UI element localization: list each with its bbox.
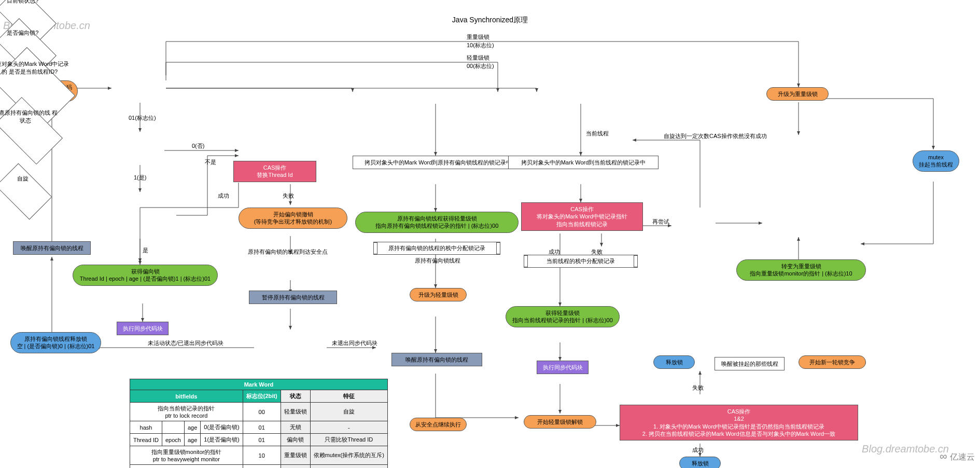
decision-check: 检查原持有偏向锁的线 程状态 [0,109,59,145]
label-safe: 原持有偏向锁的线程到达安全点 [248,248,328,256]
label-origthread: 原持有偏向锁线程 [415,257,460,265]
pause-thread: 暂停原持有偏向锁的线程 [249,291,337,304]
page-title: Java Synchronized原理 [452,16,528,25]
markword-table: Mark Word bitfields标志位(2bit)状态特征 指向当前锁记录… [130,379,388,468]
label-cur: 当前线程 [586,130,609,137]
cas-replace: CAS操作替换Thread Id [233,161,316,182]
wake-orig-2: 唤醒原持有偏向锁的线程 [391,353,482,366]
label-success: 成功 [218,192,229,200]
wake-orig-1: 唤醒原持有偏向锁的线程 [13,241,91,255]
watermark-bottom: Blog.dreamtobe.cn [862,443,949,455]
upgrade-light: 升级为轻量级锁 [410,288,467,301]
copy-mark-cur: 拷贝对象头中的Mark Word到当前线程的锁记录中 [508,156,659,169]
label-light-bits: 00(标志位) [467,62,494,70]
label-1: 1(是) [134,174,146,182]
upgrade-heavy: 升级为重量级锁 [766,87,829,101]
label-fail-3: 失败 [692,384,704,392]
proc-alloc-orig: 原持有偏向锁的线程的栈中分配锁记录 [373,242,500,255]
exec-sync-2: 执行同步代码块 [537,361,589,374]
decision-markid: 检查对象头的Mark Word中记录的 是否是当前线程ID? [0,60,70,107]
label-success-2: 成功 [549,248,560,256]
decision-state: 目前锁状态? [0,0,54,28]
cas-pointer: CAS操作将对象头的Mark Word中锁记录指针 指向当前线程锁记录 [521,202,643,231]
revoke-bias: 开始偏向锁撤销(等待竞争出现才释放锁的机制) [239,208,347,229]
mutex-node: mutex挂起当前线程 [913,150,959,172]
get-bias-lock: 获得偏向锁Thread Id | epoch | age | (是否偏向锁)1 … [73,265,218,286]
label-retry: 再尝试 [652,218,669,226]
decision-spin: 自旋 [0,175,48,206]
release-lock-1: 释放锁 [653,355,695,369]
to-heavy: 转变为重量级锁指向重量级锁monitor的指针 | (标志位)10 [736,259,866,281]
brand-logo: 亿速云 [940,450,975,463]
get-light-orig: 原持有偏向锁线程获得轻量级锁指向原持有偏向锁线程锁记录的指针 | (标志位)00 [355,212,519,233]
label-spinfail: 自旋达到一定次数CAS操作依然没有成功 [664,132,783,140]
continue-safe: 从安全点继续执行 [410,418,467,431]
new-competition: 开始新一轮锁竞争 [799,355,866,369]
label-exit: 未活动状态/已退出同步代码块 [148,339,223,347]
release-lock-2: 释放锁 [679,457,721,468]
proc-alloc-cur: 当前线程的栈中分配锁记录 [524,255,638,268]
get-light-cur: 获得轻量级锁指向当前线程锁记录的指针 | (标志位)00 [506,306,620,327]
exec-sync-1: 执行同步代码块 [117,322,169,335]
cas-unlock: CAS操作1&21. 对象头中的Mark Word中锁记录指针是否仍然指向当前线… [620,405,858,441]
label-fail: 失败 [283,192,294,200]
label-heavy: 重量级锁 [467,33,489,41]
label-noexit: 未退出同步代码块 [332,339,377,347]
wake-suspended: 唤醒被挂起的那些线程 [715,357,785,370]
copy-mark-orig: 拷贝对象头中的Mark Word到原持有偏向锁线程的锁记录中 [353,156,524,169]
unlock-start: 开始轻量级锁解锁 [524,415,596,429]
label-success-3: 成功 [692,446,704,454]
label-light: 轻量级锁 [467,54,489,62]
label-heavy-bits: 10(标志位) [467,42,494,49]
label-01: 01(标志位) [129,114,156,122]
label-fail-2: 失败 [591,248,603,256]
label-yes: 是 [143,246,148,254]
label-no: 不是 [205,158,216,166]
release-bias: 原持有偏向锁线程释放锁空 | (是否偏向锁)0 | (标志位)01 [10,332,101,353]
label-0: 0(否) [192,142,204,150]
